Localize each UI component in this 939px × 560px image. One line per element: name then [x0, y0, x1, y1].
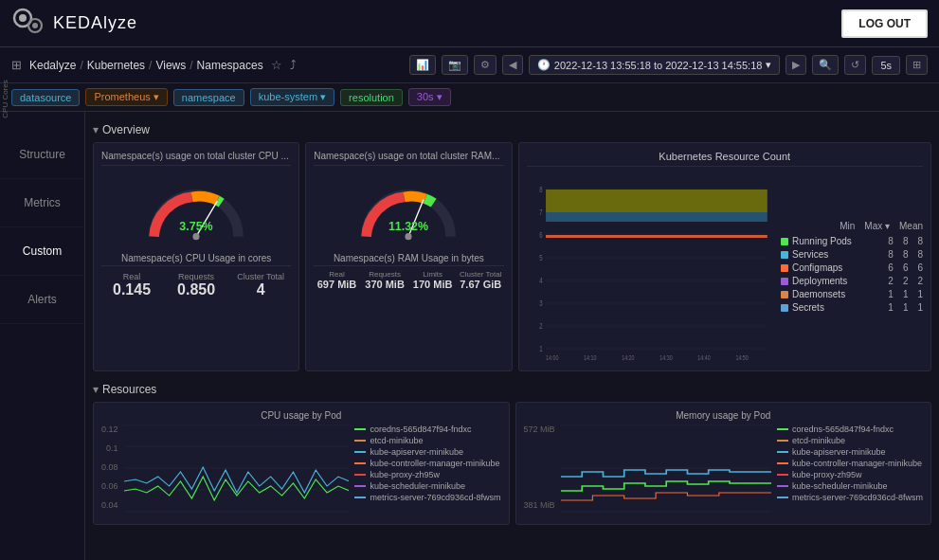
filter-bar: datasource Prometheus ▾ namespace kube-s…: [0, 83, 939, 112]
mem-legend-coredns: coredns-565d847f94-fndxc: [777, 425, 923, 434]
ram-gauge-sub-title: Namespace(s) RAM Usage in bytes: [314, 253, 503, 263]
resource-count-title: Kubernetes Resource Count: [527, 151, 924, 167]
svg-text:4: 4: [539, 276, 543, 286]
cpu-cluster-total-stat: Cluster Total 4: [230, 272, 291, 298]
cpu-requests-stat: Requests 0.850: [166, 272, 226, 298]
ram-gauge-stats: Real 697 MiB Requests 370 MiB Limits 170…: [314, 265, 503, 290]
metrics-mem-dot: [777, 497, 788, 498]
ram-requests-stat: Requests 370 MiB: [362, 270, 408, 290]
mem-legend-apiserver: kube-apiserver-minikube: [777, 447, 923, 457]
filter-prometheus[interactable]: Prometheus ▾: [85, 88, 167, 106]
memory-pod-chart-title: Memory usage by Pod: [524, 410, 924, 421]
resource-chart: 8 7 6 5 4 3 2 1: [527, 171, 774, 363]
sidebar-item-custom[interactable]: Custom: [0, 227, 84, 276]
zoom-button[interactable]: 🔍: [812, 55, 839, 75]
kiosk-button[interactable]: ⊞: [906, 55, 928, 75]
svg-text:14:50: 14:50: [735, 353, 749, 360]
header: KEDAlyze LOG OUT: [0, 0, 939, 47]
sidebar: Structure Metrics Custom Alerts: [0, 112, 85, 560]
cpu-pod-chart-inner: 0.12 0.1 0.08 0.06 0.04: [101, 425, 501, 519]
scheduler-cpu-dot: [354, 485, 366, 487]
legend-row-daemonsets: Daemonsets 111: [781, 289, 923, 299]
proxy-cpu-dot: [354, 474, 366, 476]
resource-count-card: Kubernetes Resource Count: [518, 142, 932, 371]
share-icon[interactable]: ⤴: [290, 58, 297, 72]
svg-text:3.75%: 3.75%: [179, 220, 212, 233]
svg-text:1: 1: [539, 344, 542, 354]
star-icon[interactable]: ☆: [271, 58, 282, 72]
memory-chart-svg: [561, 425, 771, 515]
legend-row-secrets: Secrets 111: [781, 302, 923, 313]
cpu-gauge-title: Namespace(s) usage on total cluster CPU …: [101, 151, 291, 166]
svg-point-3: [32, 23, 38, 28]
cpu-legend-metrics: metrics-server-769cd936cd-8fwsm: [354, 493, 500, 502]
services-dot: [781, 251, 788, 259]
mem-legend-controller: kube-controller-manager-minikube: [777, 459, 923, 468]
svg-text:7: 7: [539, 208, 542, 218]
time-range[interactable]: 🕐 2022-12-13 13:55:18 to 2022-12-13 14:5…: [529, 55, 781, 75]
cpu-legend-scheduler: kube-scheduler-minikube: [354, 481, 500, 491]
cpu-pod-chart-card: CPU usage by Pod 0.12 0.1 0.08 0.06 0.04: [93, 402, 510, 525]
breadcrumb: Kedalyze / Kubernetes / Views / Namespac…: [29, 59, 263, 72]
cpu-pod-legend: coredns-565d847f94-fndxc etcd-minikube k…: [354, 425, 500, 519]
cpu-line-chart: CPU Cores: [124, 425, 350, 519]
next-time-button[interactable]: ▶: [786, 55, 806, 75]
svg-rect-27: [546, 212, 767, 222]
filter-kube-system[interactable]: kube-system ▾: [250, 88, 334, 106]
controller-cpu-dot: [354, 462, 366, 464]
cpu-legend-controller: kube-controller-manager-minikube: [354, 459, 500, 468]
svg-point-8: [406, 233, 412, 240]
logo-text: KEDAlyze: [53, 13, 137, 33]
refresh-interval[interactable]: 5s: [872, 56, 900, 75]
ram-cluster-total-stat: Cluster Total 7.67 GiB: [458, 270, 504, 290]
ram-gauge-title: Namespace(s) usage on total cluster RAM.…: [314, 151, 503, 166]
resource-chart-area: 8 7 6 5 4 3 2 1: [527, 171, 924, 363]
svg-text:14:30: 14:30: [659, 353, 673, 360]
legend-row-running-pods: Running Pods 888: [781, 236, 923, 246]
memory-pod-legend: coredns-565d847f94-fndxc etcd-minikube k…: [777, 425, 923, 519]
filter-datasource[interactable]: datasource: [11, 89, 80, 106]
svg-text:3: 3: [539, 298, 542, 309]
cpu-gauge-sub-title: Namespace(s) CPU Usage in cores: [101, 253, 291, 263]
chart-icon-button[interactable]: 📊: [409, 55, 436, 75]
mem-y-axis: 572 MiB 381 MiB: [524, 425, 555, 519]
sidebar-item-structure[interactable]: Structure: [0, 131, 84, 179]
snapshot-button[interactable]: 📷: [442, 55, 468, 75]
memory-pod-chart-inner: 572 MiB 381 MiB: [524, 425, 924, 519]
prev-time-button[interactable]: ◀: [502, 55, 523, 75]
grid-icon: ⊞: [11, 58, 22, 72]
daemonsets-dot: [781, 291, 788, 298]
refresh-button[interactable]: ↺: [844, 55, 866, 75]
sidebar-item-alerts[interactable]: Alerts: [0, 276, 84, 324]
logo-area: KEDAlyze: [11, 7, 137, 41]
cpu-legend-apiserver: kube-apiserver-minikube: [354, 447, 500, 457]
mem-legend-metrics: metrics-server-769cd936cd-8fwsm: [777, 493, 923, 502]
svg-text:6: 6: [539, 230, 542, 241]
memory-line-chart: [561, 425, 771, 519]
legend-row-services: Services 888: [781, 249, 923, 260]
filter-resolution[interactable]: resolution: [340, 89, 403, 106]
apiserver-mem-dot: [777, 451, 788, 453]
svg-text:5: 5: [539, 253, 542, 263]
resource-chart-svg: 8 7 6 5 4 3 2 1: [527, 171, 774, 360]
proxy-mem-dot: [777, 474, 788, 476]
svg-rect-28: [546, 235, 767, 238]
cpu-y-axis: 0.12 0.1 0.08 0.06 0.04: [101, 425, 118, 519]
scheduler-mem-dot: [777, 485, 788, 487]
overview-section-title: Overview: [93, 119, 931, 142]
coredns-cpu-dot: [354, 428, 366, 430]
logout-button[interactable]: LOG OUT: [841, 9, 928, 38]
ram-real-stat: Real 697 MiB: [314, 270, 360, 290]
bottom-grid: CPU usage by Pod 0.12 0.1 0.08 0.06 0.04: [93, 402, 931, 525]
memory-pod-chart-card: Memory usage by Pod 572 MiB 381 MiB: [515, 402, 932, 525]
chevron-down-icon: ▾: [766, 59, 771, 71]
filter-30s[interactable]: 30s ▾: [408, 88, 451, 106]
svg-text:8: 8: [539, 185, 542, 195]
nav-right: 📊 📷 ⚙ ◀ 🕐 2022-12-13 13:55:18 to 2022-12…: [409, 55, 928, 75]
cpu-gauge-container: 3.75%: [101, 170, 291, 253]
filter-namespace[interactable]: namespace: [173, 89, 244, 106]
cpu-real-stat: Real 0.145: [101, 272, 162, 298]
sidebar-item-metrics[interactable]: Metrics: [0, 179, 84, 227]
svg-point-5: [193, 233, 200, 240]
settings-button[interactable]: ⚙: [474, 55, 497, 75]
